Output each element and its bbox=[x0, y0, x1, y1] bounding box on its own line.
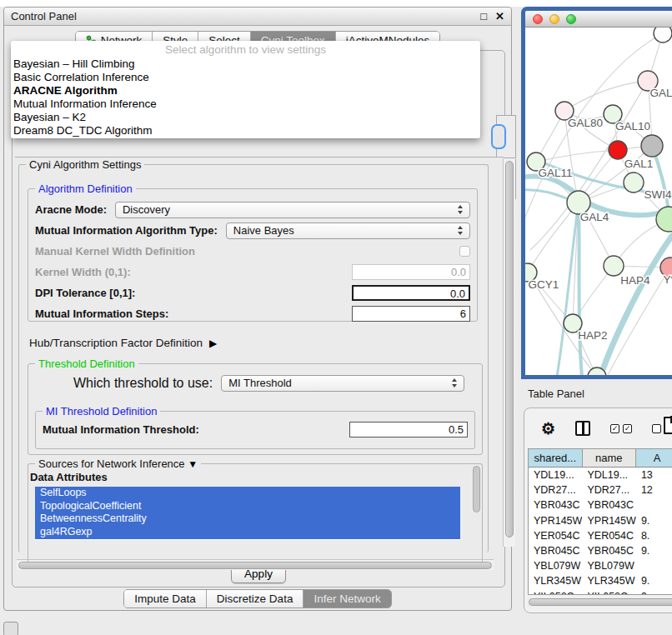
mi-steps-field[interactable]: 6 bbox=[352, 306, 470, 322]
table-row[interactable]: YLR345WYLR345W9. bbox=[529, 573, 672, 588]
table-row[interactable]: YER054CYER054C8. bbox=[529, 528, 672, 543]
mi-threshold-definition-title: MI Threshold Definition bbox=[43, 405, 160, 418]
bottom-tabbar: Impute DataDiscretize DataInfer Network bbox=[123, 589, 391, 608]
algorithm-item-dream8-dc-tdc-algorithm[interactable]: Dream8 DC_TDC Algorithm bbox=[11, 124, 480, 138]
combo-stepper-icon bbox=[452, 378, 457, 388]
table-cell: YIL052C bbox=[529, 591, 582, 595]
table-row[interactable]: YBL079WYBL079W bbox=[529, 558, 672, 573]
attributes-scrollbar-thumb[interactable] bbox=[473, 466, 480, 512]
network-node[interactable] bbox=[641, 135, 663, 157]
algorithm-item-mutual-information-inference[interactable]: Mutual Information Inference bbox=[11, 98, 480, 111]
which-threshold-label: Which threshold to use: bbox=[73, 376, 213, 391]
data-attributes-list[interactable]: SelfLoopsTopologicalCoefficientBetweenne… bbox=[35, 487, 460, 540]
hub-definition-section[interactable]: Hub/Transcription Factor Definition ▶ bbox=[29, 337, 217, 349]
algorithm-item-bayesian-k2[interactable]: Bayesian – K2 bbox=[11, 111, 480, 124]
table-horizontal-scrollbar[interactable] bbox=[528, 598, 672, 607]
which-threshold-select[interactable]: MI Threshold bbox=[221, 375, 464, 392]
column-header-a[interactable]: A bbox=[636, 449, 672, 467]
network-node-swi4[interactable] bbox=[624, 172, 644, 192]
network-graph[interactable]: GALGAL80GAL10GAL1GAL11SWI4GAL4GCY1HAP4YH… bbox=[525, 28, 672, 375]
mi-algorithm-type-select[interactable]: Naive Bayes bbox=[226, 222, 470, 239]
table-cell: YDR27... bbox=[582, 484, 635, 496]
vertical-scrollbar[interactable] bbox=[503, 158, 515, 547]
float-window-icon[interactable]: □ bbox=[480, 10, 487, 22]
node-label-hap2: HAP2 bbox=[578, 329, 607, 342]
table-cell: YBL079W bbox=[529, 560, 582, 572]
column-header-shared[interactable]: shared... bbox=[529, 449, 583, 467]
manual-kernel-width-checkbox[interactable] bbox=[459, 246, 470, 257]
threshold-definition-group: Threshold Definition Which threshold to … bbox=[28, 363, 483, 455]
expand-right-icon[interactable]: ▶ bbox=[209, 338, 217, 349]
table-row[interactable]: YIL052CYIL052C9. bbox=[529, 589, 672, 596]
table-cell: 9. bbox=[636, 515, 672, 527]
table-cell: YPR145W bbox=[529, 515, 582, 527]
table-cell: 13 bbox=[636, 469, 672, 481]
manual-kernel-width-label: Manual Kernel Width Definition bbox=[35, 245, 195, 258]
node-attribute-table[interactable]: shared...nameA YDL19...YDL19...13YDR27..… bbox=[528, 448, 672, 595]
columns-icon[interactable] bbox=[575, 421, 590, 436]
table-cell: YBR043C bbox=[582, 499, 635, 511]
table-row[interactable]: YPR145WYPR145W9. bbox=[529, 513, 672, 528]
table-row[interactable]: YDL19...YDL19...13 bbox=[529, 468, 672, 482]
dpi-tolerance-field[interactable]: 0.0 bbox=[352, 285, 470, 301]
network-node[interactable] bbox=[654, 28, 672, 42]
network-node-hap4[interactable] bbox=[604, 256, 624, 276]
collapse-down-icon[interactable]: ▼ bbox=[188, 458, 198, 470]
network-canvas[interactable]: GALGAL80GAL10GAL1GAL11SWI4GAL4GCY1HAP4YH… bbox=[525, 28, 672, 375]
tab-label: Infer Network bbox=[313, 592, 380, 605]
vertical-scrollbar-thumb[interactable] bbox=[505, 161, 514, 538]
sources-title: Sources for Network Inference ▼ bbox=[35, 458, 201, 470]
combo-stepper-icon bbox=[458, 205, 463, 214]
algorithm-dropdown-popup: Select algorithm to view settings Bayesi… bbox=[11, 41, 480, 138]
mi-algorithm-type-label: Mutual Information Algorithm Type: bbox=[35, 224, 218, 237]
table-cell: YER054C bbox=[529, 530, 582, 542]
node-label-gal80: GAL80 bbox=[568, 117, 603, 129]
table-cell: 9. bbox=[636, 591, 672, 595]
table-cell: YDL19... bbox=[582, 469, 635, 481]
close-traffic-light-icon[interactable] bbox=[533, 14, 543, 24]
attribute-item-betweennesscentrality[interactable]: BetweennessCentrality bbox=[35, 512, 460, 526]
mutual-information-threshold-field[interactable]: 0.5 bbox=[349, 422, 468, 438]
table-cell: YDR27... bbox=[529, 484, 582, 496]
attribute-item-topologicalcoefficient[interactable]: TopologicalCoefficient bbox=[35, 500, 460, 513]
table-cell: 12 bbox=[636, 484, 672, 496]
tab-infer-network[interactable]: Infer Network bbox=[303, 590, 390, 608]
node-label-gal10: GAL10 bbox=[615, 120, 650, 132]
export-table-icon[interactable] bbox=[664, 417, 672, 434]
table-cell: YIL052C bbox=[582, 591, 635, 595]
network-node-gal1[interactable] bbox=[609, 141, 627, 159]
desktop-corner-widget[interactable] bbox=[3, 622, 18, 635]
column-header-name[interactable]: name bbox=[583, 449, 637, 467]
aracne-mode-select[interactable]: Discovery bbox=[115, 202, 470, 218]
network-node[interactable] bbox=[656, 207, 672, 232]
zoom-traffic-light-icon[interactable] bbox=[566, 14, 576, 24]
table-row[interactable]: YBR045CYBR045C9. bbox=[529, 543, 672, 558]
algorithm-item-aracne-algorithm[interactable]: ARACNE Algorithm bbox=[11, 84, 480, 98]
node-label-y: Y bbox=[663, 273, 670, 286]
tab-impute-data[interactable]: Impute Data bbox=[124, 590, 207, 608]
gear-icon[interactable]: ⚙ bbox=[541, 421, 555, 437]
close-window-icon[interactable]: ✕ bbox=[495, 10, 504, 22]
table-horizontal-scrollbar-thumb[interactable] bbox=[529, 598, 672, 606]
minimize-traffic-light-icon[interactable] bbox=[549, 14, 559, 24]
table-cell: 9. bbox=[636, 545, 672, 557]
settings-scroll-pane: Cyni Algorithm Settings Algorithm Defini… bbox=[15, 157, 504, 558]
table-row[interactable]: YDR27...YDR27...12 bbox=[529, 482, 672, 498]
network-window-titlebar bbox=[525, 11, 672, 28]
attribute-item-gal4rgexp[interactable]: gal4RGexp bbox=[35, 526, 460, 539]
mi-threshold-definition-group: MI Threshold Definition Mutual Informati… bbox=[35, 411, 475, 449]
select-all-columns-icon[interactable]: ✓ ✓ bbox=[610, 424, 632, 433]
kernel-width-label: Kernel Width (0,1): bbox=[35, 266, 131, 278]
table-row[interactable]: YBR043CYBR043C bbox=[529, 498, 672, 512]
tab-discretize-data[interactable]: Discretize Data bbox=[207, 590, 304, 608]
attribute-item-selfloops[interactable]: SelfLoops bbox=[35, 487, 460, 500]
table-cell: YLR345W bbox=[582, 575, 635, 587]
control-panel-title: Control Panel bbox=[11, 10, 77, 22]
algorithm-item-basic-correlation-inference[interactable]: Basic Correlation Inference bbox=[11, 71, 480, 84]
table-toolbar: ⚙ ✓ ✓ bbox=[524, 408, 672, 447]
kernel-width-field[interactable]: 0.0 bbox=[352, 264, 470, 280]
algorithm-definition-group: Algorithm Definition Aracne Mode: Discov… bbox=[28, 188, 478, 322]
table-cell: YBL079W bbox=[582, 560, 635, 572]
algorithm-item-bayesian-hill-climbing[interactable]: Bayesian – Hill Climbing bbox=[11, 58, 480, 71]
algorithm-definition-title: Algorithm Definition bbox=[35, 182, 136, 195]
